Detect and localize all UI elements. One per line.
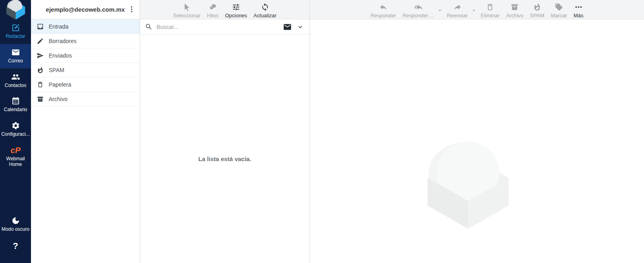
roundcube-logo-icon: [4, 0, 27, 19]
search-bar: [140, 19, 310, 35]
folder-item-inbox[interactable]: Entrada: [31, 19, 140, 34]
sidebar-item-label: Calendario: [4, 107, 27, 112]
flame-icon: [533, 3, 541, 11]
folder-item-sent[interactable]: Enviados: [31, 48, 140, 63]
webmail-app: Redactar Correo Contactos Calendario Con: [0, 0, 644, 263]
sidebar-spacer: [0, 172, 31, 212]
search-input[interactable]: [157, 24, 282, 30]
sidebar-item-mail[interactable]: Correo: [0, 44, 31, 68]
delete-button[interactable]: Eliminar: [477, 2, 503, 19]
sidebar-item-calendar[interactable]: Calendario: [0, 93, 31, 117]
folder-panel: ejemplo@decoweb.com.mx Entrada Borradore…: [31, 0, 140, 263]
folder-item-trash[interactable]: Papelera: [31, 77, 140, 92]
sidebar-item-webmail-home[interactable]: cP Webmail Home: [0, 142, 31, 172]
list-toolbar: Seleccionar Hilos Opciones Actualiza: [140, 0, 310, 19]
message-preview-area: [310, 19, 644, 263]
trash-icon: [486, 3, 494, 11]
folder-label: SPAM: [49, 67, 64, 73]
folder-label: Entrada: [49, 23, 68, 30]
pencil-icon: [37, 37, 44, 45]
flame-icon: [37, 66, 44, 74]
refresh-icon: [261, 3, 269, 11]
mail-icon: [11, 48, 20, 57]
empty-list-message: La lista está vacía.: [140, 155, 310, 162]
message-list[interactable]: La lista está vacía.: [140, 35, 310, 263]
send-icon: [37, 52, 44, 59]
tag-icon: [555, 3, 563, 11]
app-logo: [0, 0, 31, 19]
logo-watermark: [419, 127, 518, 229]
calendar-icon: [11, 97, 20, 106]
message-list-panel: Seleccionar Hilos Opciones Actualiza: [140, 0, 310, 263]
sidebar-item-compose[interactable]: Redactar: [0, 19, 31, 44]
folder-label: Borradores: [49, 38, 76, 44]
options-button[interactable]: Opciones: [222, 2, 250, 19]
inbox-icon: [37, 23, 44, 30]
reply-all-dropdown-button[interactable]: [437, 2, 444, 14]
compose-icon: [11, 23, 20, 32]
more-button[interactable]: Más: [570, 2, 587, 19]
spam-button[interactable]: SPAM: [527, 2, 548, 19]
sidebar-item-settings[interactable]: Configuraci...: [0, 117, 31, 142]
folder-item-spam[interactable]: SPAM: [31, 63, 140, 77]
sidebar-item-label: Modo oscuro: [2, 226, 29, 232]
reply-all-icon: [414, 3, 423, 11]
cpanel-icon: cP: [1, 146, 30, 155]
threads-button[interactable]: Hilos: [204, 2, 222, 19]
sidebar-item-label: Configuraci...: [1, 131, 30, 137]
caret-down-icon: [471, 8, 477, 13]
trash-icon: [37, 81, 44, 88]
reply-all-button[interactable]: Responder ...: [399, 2, 437, 19]
threads-icon: [208, 3, 217, 11]
archive-icon: [510, 3, 519, 11]
search-scope-button[interactable]: [282, 22, 293, 32]
sidebar-item-label: Redactar: [6, 33, 25, 39]
reply-button[interactable]: Responder: [367, 2, 400, 19]
archive-icon: [37, 95, 44, 103]
options-icon: [232, 3, 240, 11]
reply-icon: [379, 3, 388, 11]
search-options-button[interactable]: [293, 23, 305, 31]
sidebar-item-label: Correo: [8, 58, 23, 64]
folder-label: Enviados: [49, 52, 72, 59]
sidebar-item-help[interactable]: ?: [0, 237, 31, 263]
folder-item-drafts[interactable]: Borradores: [31, 34, 140, 48]
settings-icon: [11, 121, 20, 130]
account-header: ejemplo@decoweb.com.mx: [31, 0, 140, 19]
account-email: ejemplo@decoweb.com.mx: [46, 6, 125, 13]
sidebar-item-label: Webmail Home: [6, 156, 25, 167]
message-toolbar: Responder Responder ... Reenviar: [310, 0, 644, 19]
select-button[interactable]: Seleccionar: [170, 2, 204, 19]
forward-button[interactable]: Reenviar: [444, 2, 471, 19]
refresh-button[interactable]: Actualizar: [250, 2, 280, 19]
more-icon: [574, 3, 583, 11]
help-icon: ?: [13, 241, 18, 251]
search-icon: [145, 23, 153, 31]
chevron-down-icon: [297, 23, 304, 31]
forward-icon: [453, 3, 462, 11]
sidebar-item-contacts[interactable]: Contactos: [0, 68, 31, 93]
content-panel: Responder Responder ... Reenviar: [310, 0, 644, 263]
sidebar-item-label: Contactos: [4, 83, 26, 88]
folder-label: Papelera: [49, 81, 71, 88]
folder-actions-menu-button[interactable]: [126, 4, 137, 15]
task-sidebar: Redactar Correo Contactos Calendario Con: [0, 0, 31, 263]
moon-icon: [11, 216, 20, 225]
contacts-icon: [11, 72, 20, 81]
archive-button[interactable]: Archivo: [503, 2, 526, 19]
caret-down-icon: [437, 8, 443, 13]
forward-dropdown-button[interactable]: [471, 2, 477, 14]
folder-item-archive[interactable]: Archivo: [31, 92, 140, 106]
mark-button[interactable]: Marcar: [547, 2, 570, 19]
kebab-menu-icon: [128, 5, 136, 13]
mail-scope-icon: [283, 23, 292, 31]
cursor-icon: [183, 3, 191, 11]
folder-label: Archivo: [49, 96, 68, 102]
sidebar-item-dark-mode[interactable]: Modo oscuro: [0, 212, 31, 237]
